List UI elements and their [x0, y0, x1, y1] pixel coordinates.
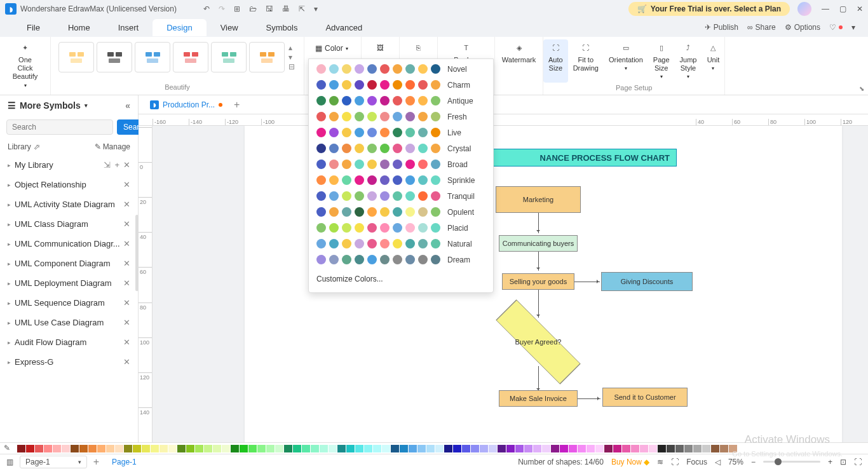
strip-swatch[interactable]	[222, 445, 230, 452]
color-theme-row[interactable]: Crystal	[316, 144, 485, 153]
strip-swatch[interactable]	[462, 445, 470, 452]
color-theme-row[interactable]: Natural	[316, 239, 485, 248]
strip-swatch[interactable]	[578, 445, 586, 452]
strip-swatch[interactable]	[649, 445, 657, 452]
open-icon[interactable]: 🗁	[249, 4, 257, 13]
flow-selling[interactable]: Selling your goods	[502, 273, 574, 290]
flow-discounts[interactable]: Giving Discounts	[601, 272, 693, 291]
more-symbols-title[interactable]: More Symbols	[20, 100, 81, 111]
strip-swatch[interactable]	[702, 445, 710, 452]
maximize-icon[interactable]: ▢	[839, 4, 846, 13]
preset-1[interactable]	[58, 42, 94, 72]
strip-swatch[interactable]	[320, 445, 328, 452]
undo-icon[interactable]: ↶	[203, 4, 210, 13]
strip-swatch[interactable]	[213, 445, 221, 452]
menu-view[interactable]: View	[207, 19, 252, 36]
strip-swatch[interactable]	[729, 445, 737, 452]
import-icon[interactable]: ⇲	[104, 160, 111, 170]
strip-swatch[interactable]	[613, 445, 621, 452]
strip-swatch[interactable]	[435, 445, 444, 452]
strip-swatch[interactable]	[631, 445, 639, 452]
manage-button[interactable]: ✎Manage	[95, 142, 130, 151]
library-item[interactable]: ▸Object Relationship✕	[0, 175, 138, 194]
preset-2[interactable]	[97, 42, 132, 72]
page-layout-icon[interactable]: ▥	[6, 458, 13, 466]
prev-icon[interactable]: ◁	[715, 458, 721, 466]
strip-swatch[interactable]	[97, 445, 105, 452]
strip-swatch[interactable]	[346, 445, 355, 452]
publish-button[interactable]: ✈Publish	[705, 23, 738, 32]
strip-swatch[interactable]	[622, 445, 630, 452]
bg-remove-button[interactable]: ⎘	[407, 39, 430, 57]
color-theme-row[interactable]: Tranquil	[316, 191, 485, 201]
focus-button[interactable]: Focus	[686, 458, 707, 466]
zoom-in-button[interactable]: +	[828, 458, 832, 466]
preset-4[interactable]	[173, 42, 208, 72]
strip-swatch[interactable]	[569, 445, 577, 452]
preset-5[interactable]	[211, 42, 247, 72]
color-theme-row[interactable]: Charm	[316, 80, 485, 90]
qat-dropdown-icon[interactable]: ▾	[314, 4, 318, 13]
strip-swatch[interactable]	[151, 445, 159, 452]
strip-swatch[interactable]	[667, 445, 675, 452]
strip-swatch[interactable]	[240, 445, 248, 452]
preset-down-icon[interactable]: ▾	[288, 53, 295, 62]
strip-swatch[interactable]	[311, 445, 319, 452]
one-click-beautify-button[interactable]: ✦ One Click Beautify ▾	[5, 39, 45, 91]
menu-symbols[interactable]: Symbols	[252, 19, 312, 36]
strip-swatch[interactable]	[560, 445, 568, 452]
flow-marketing[interactable]: Marketing	[496, 186, 581, 213]
strip-swatch[interactable]	[35, 445, 43, 452]
strip-swatch[interactable]	[364, 445, 372, 452]
customize-colors-link[interactable]: Customize Colors...	[316, 271, 485, 287]
library-item[interactable]: ▸Audit Flow Diagram✕	[0, 332, 138, 352]
menu-design[interactable]: Design	[153, 19, 206, 36]
strip-swatch[interactable]	[302, 445, 310, 452]
trial-banner[interactable]: 🛒 Your Free Trial is over. Select a Plan	[628, 2, 790, 16]
strip-swatch[interactable]	[426, 445, 435, 452]
strip-swatch[interactable]	[587, 445, 595, 452]
chevron-down-icon[interactable]: ▾	[85, 102, 88, 109]
strip-swatch[interactable]	[62, 445, 70, 452]
unit-button[interactable]: △Unit▾	[702, 39, 724, 83]
close-lib-icon[interactable]: ✕	[123, 278, 130, 288]
color-theme-row[interactable]: Sprinkle	[316, 175, 485, 185]
flow-agreed[interactable]: Buyer Agreed?	[503, 318, 573, 366]
flow-comm[interactable]: Communicating buyers	[499, 235, 578, 252]
strip-swatch[interactable]	[177, 445, 186, 452]
strip-swatch[interactable]	[329, 445, 337, 452]
fit-width-icon[interactable]: ⛶	[854, 458, 862, 466]
share-button[interactable]: ∞Share	[747, 23, 776, 32]
strip-swatch[interactable]	[266, 445, 275, 452]
options-button[interactable]: ⚙Options	[785, 23, 820, 32]
close-lib-icon[interactable]: ✕	[123, 357, 130, 367]
collapse-sidebar-icon[interactable]: «	[125, 100, 130, 111]
color-theme-row[interactable]: Dream	[316, 255, 485, 264]
library-item[interactable]: ▸UML Sequence Diagram✕	[0, 293, 138, 313]
page-size-button[interactable]: ▯Page Size▾	[648, 39, 675, 83]
fullscreen-icon[interactable]: ⛶	[671, 458, 679, 466]
menu-file[interactable]: File	[13, 19, 54, 36]
library-item[interactable]: ▸UML Activity State Diagram✕	[0, 194, 138, 214]
library-item[interactable]: ▸UML Class Diagram✕	[0, 214, 138, 234]
strip-swatch[interactable]	[293, 445, 301, 452]
close-lib-icon[interactable]: ✕	[123, 219, 130, 229]
print-icon[interactable]: 🖶	[282, 4, 290, 13]
close-lib-icon[interactable]: ✕	[123, 298, 130, 308]
close-lib-icon[interactable]: ✕	[123, 200, 130, 209]
strip-swatch[interactable]	[79, 445, 88, 452]
strip-swatch[interactable]	[604, 445, 613, 452]
color-theme-row[interactable]: Broad	[316, 160, 485, 169]
strip-swatch[interactable]	[355, 445, 363, 452]
strip-swatch[interactable]	[542, 445, 550, 452]
user-avatar[interactable]	[797, 2, 811, 16]
strip-swatch[interactable]	[115, 445, 123, 452]
flow-send[interactable]: Send it to Customer	[602, 388, 688, 407]
strip-swatch[interactable]	[382, 445, 390, 452]
strip-swatch[interactable]	[693, 445, 702, 452]
close-lib-icon[interactable]: ✕	[123, 160, 130, 170]
strip-swatch[interactable]	[88, 445, 97, 452]
add-tab-button[interactable]: +	[229, 97, 245, 113]
my-library-item[interactable]: ▸ My Library ⇲ + ✕	[0, 155, 138, 175]
menu-insert[interactable]: Insert	[104, 19, 153, 36]
